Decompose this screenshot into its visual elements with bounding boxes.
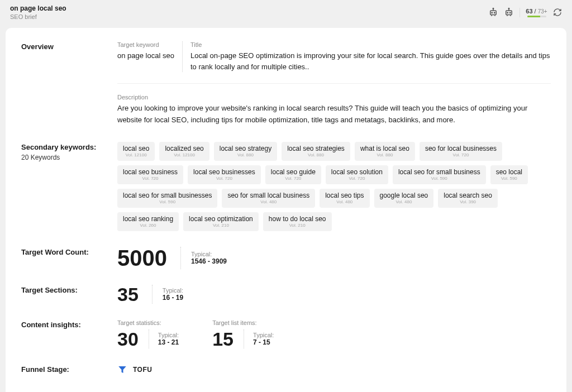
keyword-chip-volume: Vol. 480 xyxy=(395,200,412,205)
funnel-stage-value: TOFU xyxy=(133,366,152,374)
topbar: on page local seo SEO brief 63 / 73+ xyxy=(0,0,572,25)
funnel-wrap: TOFU xyxy=(117,364,551,375)
secondary-keywords-title: Secondary keywords: xyxy=(21,143,117,151)
title-label: Title xyxy=(190,41,551,48)
overview-grid: Target keyword on page local seo Title L… xyxy=(117,41,551,84)
svg-point-1 xyxy=(492,12,493,13)
target-list-items-typical: Typical: 7 - 15 xyxy=(253,332,274,346)
keyword-chip[interactable]: local seo strategyVol. 880 xyxy=(214,142,277,161)
keyword-chip-label: local seo guide xyxy=(271,169,316,176)
title-block: Title Local on-page SEO optimization is … xyxy=(190,41,551,72)
robot-icon-b[interactable] xyxy=(504,7,514,17)
keyword-chip[interactable]: local seo optimizationVol. 210 xyxy=(183,212,259,231)
keyword-chip[interactable]: what is local seoVol. 880 xyxy=(355,142,415,161)
keyword-chip-label: local seo xyxy=(123,145,149,152)
keyword-chip-label: local seo for small businesses xyxy=(123,192,212,199)
target-word-count-content: 5000 Typical: 1546 - 3909 xyxy=(117,247,551,269)
word-count-typical-range: 1546 - 3909 xyxy=(191,257,227,265)
target-statistics-group: Target statistics: 30 Typical: 13 - 21 xyxy=(117,319,179,348)
funnel-stage-content: TOFU xyxy=(117,364,551,375)
overview-heading: Overview xyxy=(21,41,117,51)
score-text: 63 / 73+ xyxy=(526,8,547,15)
word-count-typical: Typical: 1546 - 3909 xyxy=(191,251,227,265)
keyword-chip-label: local search seo xyxy=(444,192,492,199)
keyword-chip-volume: Vol. 880 xyxy=(237,153,254,158)
target-statistics-label: Target statistics: xyxy=(117,319,179,326)
keyword-chip[interactable]: seo for small local businessVol. 480 xyxy=(222,189,315,208)
keyword-chip-label: local seo tips xyxy=(325,192,364,199)
topbar-left: on page local seo SEO brief xyxy=(10,4,66,20)
keyword-chip-volume: Vol. 590 xyxy=(501,176,517,181)
keyword-chip[interactable]: local search seoVol. 390 xyxy=(438,189,498,208)
keyword-chip[interactable]: local seo for small businessesVol. 590 xyxy=(117,189,217,208)
content-insights-section: Content insights: Target statistics: 30 … xyxy=(21,319,551,348)
keyword-chip[interactable]: local seo businessVol. 720 xyxy=(117,165,183,184)
keyword-chip-label: how to do local seo xyxy=(269,216,326,223)
keyword-chip-volume: Vol. 260 xyxy=(140,223,156,228)
keyword-chip-volume: Vol. 480 xyxy=(260,200,277,205)
page-subtitle: SEO brief xyxy=(10,13,66,20)
content-insights-metrics: Target statistics: 30 Typical: 13 - 21 T… xyxy=(117,319,551,348)
keyword-chip-volume: Vol. 720 xyxy=(453,153,469,158)
description-block: Description Are you looking to improve y… xyxy=(117,94,551,126)
secondary-keywords-heading: Secondary keywords: 20 Keywords xyxy=(21,142,117,161)
keyword-chip-label: local seo for small business xyxy=(398,169,480,176)
keyword-chip-volume: Vol. 720 xyxy=(216,176,232,181)
keyword-chip[interactable]: local seo for small businessVol. 590 xyxy=(393,165,486,184)
keyword-chip-volume: Vol. 590 xyxy=(159,200,175,205)
keyword-chip-label: local seo solution xyxy=(331,169,383,176)
target-word-count-heading: Target Word Count: xyxy=(21,247,117,256)
target-statistics-typical: Typical: 13 - 21 xyxy=(158,332,179,346)
keyword-chip[interactable]: local seo strategiesVol. 880 xyxy=(282,142,350,161)
keyword-chip-volume: Vol. 720 xyxy=(349,176,365,181)
funnel-icon xyxy=(117,364,127,375)
keyword-chip-volume: Vol. 480 xyxy=(336,200,352,205)
keyword-chip-volume: Vol. 720 xyxy=(285,176,301,181)
keyword-chip[interactable]: seo localVol. 590 xyxy=(490,165,528,184)
robot-icon[interactable] xyxy=(488,7,498,17)
target-sections-heading: Target Sections: xyxy=(21,285,117,294)
content-insights-heading: Content insights: xyxy=(21,319,117,329)
word-count-typical-label: Typical: xyxy=(191,251,227,257)
keyword-chip[interactable]: local seoVol. 12100 xyxy=(117,142,155,161)
content-insights-content: Target statistics: 30 Typical: 13 - 21 T… xyxy=(117,319,551,348)
svg-point-11 xyxy=(508,8,509,9)
keyword-chip-volume: Vol. 880 xyxy=(376,153,393,158)
sections-typical: Typical: 16 - 19 xyxy=(163,287,183,302)
keyword-chip-volume: Vol. 590 xyxy=(431,176,447,181)
keyword-chip-volume: Vol. 210 xyxy=(289,223,306,228)
keyword-chip-label: local seo optimization xyxy=(189,216,253,223)
target-keyword-block: Target keyword on page local seo xyxy=(117,41,183,72)
sections-typical-label: Typical: xyxy=(163,287,183,294)
target-statistics-value: 30 xyxy=(117,329,149,348)
keyword-chip[interactable]: localized seoVol. 12100 xyxy=(159,142,209,161)
keyword-chip[interactable]: local seo solutionVol. 720 xyxy=(326,165,388,184)
sections-typical-range: 16 - 19 xyxy=(163,294,183,302)
keyword-chip[interactable]: google local seoVol. 480 xyxy=(374,189,434,208)
score-target: 73+ xyxy=(538,8,547,15)
funnel-stage-section: Funnel Stage: TOFU xyxy=(21,364,551,375)
secondary-keywords-content: local seoVol. 12100localized seoVol. 121… xyxy=(117,142,551,231)
target-sections-section: Target Sections: 35 Typical: 16 - 19 xyxy=(21,285,551,304)
funnel-stage-heading: Funnel Stage: xyxy=(21,364,117,374)
keyword-chip[interactable]: seo for local businessesVol. 720 xyxy=(420,142,502,161)
keyword-chip-volume: Vol. 720 xyxy=(142,176,159,181)
keyword-chip[interactable]: local seo tipsVol. 480 xyxy=(320,189,369,208)
word-count-value: 5000 xyxy=(117,247,181,269)
svg-point-9 xyxy=(510,12,511,13)
sections-value: 35 xyxy=(117,285,152,304)
refresh-icon[interactable] xyxy=(553,8,562,17)
target-list-items-label: Target list items: xyxy=(212,319,274,326)
keyword-chip-label: seo for local businesses xyxy=(425,145,497,152)
target-list-items-value: 15 xyxy=(212,329,244,348)
overview-content: Target keyword on page local seo Title L… xyxy=(117,41,551,126)
keyword-chip[interactable]: how to do local seoVol. 210 xyxy=(263,212,332,231)
keyword-chip[interactable]: local seo businessesVol. 720 xyxy=(188,165,261,184)
keyword-chip-label: localized seo xyxy=(165,145,203,152)
keyword-chip[interactable]: local seo rankingVol. 260 xyxy=(117,212,179,231)
target-keyword-value: on page local seo xyxy=(117,50,174,61)
description-label: Description xyxy=(117,94,551,101)
keyword-chip-label: local seo business xyxy=(123,169,178,176)
keyword-chip[interactable]: local seo guideVol. 720 xyxy=(265,165,321,184)
keyword-chip-volume: Vol. 880 xyxy=(308,153,324,158)
